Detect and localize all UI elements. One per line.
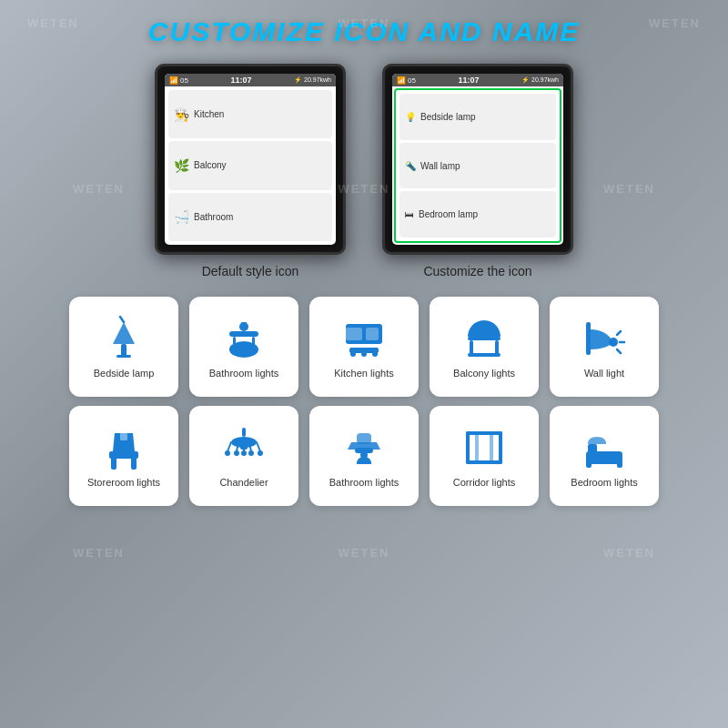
bathroom-lights-label: Bathroom lights xyxy=(209,368,278,379)
svg-rect-27 xyxy=(131,457,136,470)
panel-left: 📶 05 11:07 ⚡ 20.97kwh 👨‍🍳 Kitchen 🌿 Balc… xyxy=(155,64,346,278)
svg-rect-18 xyxy=(470,340,473,355)
svg-line-37 xyxy=(257,442,260,451)
panel-right-label: Customize the icon xyxy=(423,264,531,278)
corridor-lights-icon xyxy=(460,424,508,471)
svg-rect-51 xyxy=(490,431,493,464)
svg-rect-29 xyxy=(120,433,127,440)
watermark: WETEN xyxy=(73,546,125,560)
balcony-lights-icon xyxy=(460,315,508,362)
storeroom-lights-icon xyxy=(100,424,147,471)
svg-line-23 xyxy=(617,331,621,335)
wifi-icon: 📶 xyxy=(169,76,178,85)
icon-card-bedside-lamp[interactable]: Bedside lamp xyxy=(69,297,178,397)
icons-section: Bedside lamp Bathroom lights xyxy=(0,297,728,506)
kitchen-lights-icon xyxy=(340,315,388,362)
svg-rect-19 xyxy=(495,340,499,355)
time-display-right: 11:07 xyxy=(458,76,479,85)
svg-rect-50 xyxy=(475,431,479,464)
svg-line-3 xyxy=(120,317,124,322)
icon-card-balcony-lights[interactable]: Balcony lights xyxy=(430,297,539,397)
screen-item-bedside[interactable]: 💡 Bedside lamp xyxy=(399,94,556,140)
svg-rect-26 xyxy=(111,457,116,470)
wall-label: Wall lamp xyxy=(420,161,460,171)
icon-card-storeroom-lights[interactable]: Storeroom lights xyxy=(69,406,178,506)
svg-rect-7 xyxy=(252,337,255,349)
svg-marker-0 xyxy=(113,322,135,344)
switch-device-left: 📶 05 11:07 ⚡ 20.97kwh 👨‍🍳 Kitchen 🌿 Balc… xyxy=(155,64,346,255)
screen-left: 📶 05 11:07 ⚡ 20.97kwh 👨‍🍳 Kitchen 🌿 Balc… xyxy=(165,74,336,245)
screen-header-left: 📶 05 11:07 ⚡ 20.97kwh xyxy=(165,74,336,86)
screen-right: 📶 05 11:07 ⚡ 20.97kwh 💡 Bedside lamp 🔦 W… xyxy=(392,74,563,245)
power-display-left: ⚡ 20.97kwh xyxy=(294,76,331,84)
svg-line-25 xyxy=(617,349,621,353)
svg-rect-21 xyxy=(586,322,591,355)
icons-grid-row2: Storeroom lights xyxy=(18,406,710,506)
svg-rect-55 xyxy=(586,460,592,468)
bathroom-icon: 🛁 xyxy=(174,209,189,224)
os-label-r: 05 xyxy=(408,76,416,85)
panels-row: 📶 05 11:07 ⚡ 20.97kwh 👨‍🍳 Kitchen 🌿 Balc… xyxy=(0,64,728,278)
screen-item-kitchen[interactable]: 👨‍🍳 Kitchen xyxy=(168,90,332,138)
page-title: CUSTOMIZE ICON AND NAME xyxy=(0,0,728,47)
kitchen-lights-label: Kitchen lights xyxy=(334,368,393,379)
svg-rect-20 xyxy=(468,353,500,357)
bedroom-lights-icon xyxy=(581,424,628,471)
svg-point-39 xyxy=(234,450,239,456)
bathroom-lights-2-icon xyxy=(340,424,388,471)
balcony-icon: 🌿 xyxy=(174,158,189,173)
icon-card-kitchen-lights[interactable]: Kitchen lights xyxy=(309,297,419,397)
icon-card-chandelier[interactable]: Chandelier xyxy=(189,406,298,506)
bathroom-lights-2-label: Bathroom lights xyxy=(329,477,399,488)
screen-items-custom: 💡 Bedside lamp 🔦 Wall lamp 🛏 Bedroom lam… xyxy=(394,88,561,243)
screen-item-bathroom[interactable]: 🛁 Bathroom xyxy=(168,193,332,241)
wifi-icon-r: 📶 xyxy=(397,76,406,85)
svg-rect-28 xyxy=(109,451,138,459)
wall-light-label: Wall light xyxy=(584,368,624,379)
svg-rect-54 xyxy=(608,451,622,460)
svg-point-40 xyxy=(241,450,247,456)
time-display-left: 11:07 xyxy=(230,76,251,85)
svg-point-15 xyxy=(361,351,367,357)
svg-line-33 xyxy=(228,442,231,451)
icon-card-bedroom-lights[interactable]: Bedroom lights xyxy=(550,406,659,506)
svg-point-41 xyxy=(248,450,254,456)
icon-card-bathroom-lights-2[interactable]: Bathroom lights xyxy=(309,406,419,506)
screen-item-balcony[interactable]: 🌿 Balcony xyxy=(168,141,332,189)
wall-light-icon xyxy=(581,315,628,362)
svg-rect-17 xyxy=(468,337,500,340)
bedroom-label: Bedroom lamp xyxy=(419,209,478,219)
kitchen-icon: 👨‍🍳 xyxy=(174,107,189,122)
panel-right: 📶 05 11:07 ⚡ 20.97kwh 💡 Bedside lamp 🔦 W… xyxy=(382,64,573,278)
balcony-label: Balcony xyxy=(194,160,227,170)
svg-rect-12 xyxy=(346,328,362,340)
bathroom-lights-icon xyxy=(220,315,268,362)
kitchen-label: Kitchen xyxy=(194,109,224,119)
watermark: WETEN xyxy=(603,546,655,560)
bedroom-icon-screen: 🛏 xyxy=(405,209,414,219)
screen-item-wall[interactable]: 🔦 Wall lamp xyxy=(399,143,556,189)
screen-item-bedroom[interactable]: 🛏 Bedroom lamp xyxy=(399,191,556,238)
icon-card-wall-light[interactable]: Wall light xyxy=(550,297,659,397)
icon-card-bathroom-lights[interactable]: Bathroom lights xyxy=(189,297,298,397)
svg-point-16 xyxy=(372,351,378,357)
bedroom-lights-label: Bedroom lights xyxy=(571,477,637,488)
svg-point-42 xyxy=(258,450,263,456)
bedside-label: Bedside lamp xyxy=(420,112,476,122)
screen-header-right: 📶 05 11:07 ⚡ 20.97kwh xyxy=(392,74,563,86)
svg-rect-49 xyxy=(499,431,502,464)
svg-rect-6 xyxy=(233,337,236,349)
icons-grid-row1: Bedside lamp Bathroom lights xyxy=(18,297,710,397)
svg-rect-48 xyxy=(466,431,470,464)
storeroom-lights-label: Storeroom lights xyxy=(87,477,160,488)
bedside-lamp-label: Bedside lamp xyxy=(94,368,155,379)
bathroom-label: Bathroom xyxy=(194,212,233,222)
power-display-right: ⚡ 20.97kwh xyxy=(521,76,559,84)
svg-rect-45 xyxy=(357,433,371,444)
svg-rect-2 xyxy=(116,355,131,358)
svg-rect-5 xyxy=(229,331,258,337)
icon-card-corridor-lights[interactable]: Corridor lights xyxy=(430,406,539,506)
chandelier-label: Chandelier xyxy=(219,477,268,488)
svg-point-14 xyxy=(350,351,356,357)
balcony-lights-label: Balcony lights xyxy=(453,368,515,379)
